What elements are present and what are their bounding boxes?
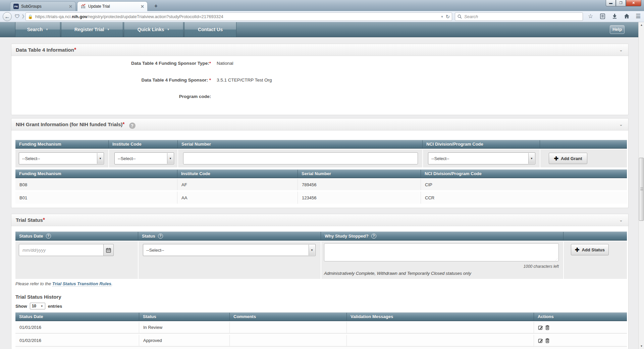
funding-mechanism-select[interactable]: --Select-- ▼ — [19, 152, 104, 164]
data-table4-header[interactable]: Data Table 4 Information* ⌄ — [11, 44, 628, 56]
help-question-icon[interactable]: ? — [158, 234, 163, 239]
serial-number-input[interactable] — [183, 152, 418, 164]
cell-institute-code: AA — [177, 192, 298, 204]
collapse-chevron-icon[interactable]: ⌄ — [619, 217, 623, 222]
edit-icon[interactable] — [538, 338, 543, 343]
browser-search-box[interactable]: Search — [455, 12, 583, 21]
field-label: Data Table 4 Funding Sponsor: * — [11, 78, 211, 83]
section-title: NIH Grant Information (for NIH funded Tr… — [16, 121, 122, 127]
url-dropdown-icon[interactable]: ▼ — [441, 15, 444, 18]
window-minimize-button[interactable]: ▬ — [606, 0, 616, 6]
collapse-chevron-icon[interactable]: ⌄ — [619, 122, 623, 127]
scroll-up-icon[interactable]: ▲ — [639, 22, 644, 28]
tab-close-icon[interactable]: ✕ — [69, 4, 72, 9]
field-row: Program code: — [11, 94, 628, 101]
delete-icon[interactable] — [545, 338, 550, 343]
select-arrow-icon: ▼ — [309, 245, 315, 255]
cell-serial-number: 123456 — [298, 192, 421, 204]
trial-status-header[interactable]: Trial Status* ⌄ — [11, 214, 628, 226]
menu-hamburger-icon[interactable]: ☰ — [636, 13, 641, 20]
data-table4-panel: Data Table 4 Information* ⌄ Data Table 4… — [11, 44, 629, 115]
show-entries-row: Show 10▼ entries — [15, 303, 62, 309]
nci-division-select[interactable]: --Select-- ▼ — [428, 152, 535, 164]
calendar-icon — [106, 248, 111, 253]
field-row: Data Table 4 Funding Sponsor: * 3.5.1 CT… — [11, 78, 628, 84]
column-header: Status — [139, 313, 229, 320]
nav-register-trial[interactable]: Register Trial▼ — [61, 22, 123, 37]
add-grant-button[interactable]: ✚Add Grant — [549, 153, 587, 164]
history-title: Trial Status History — [15, 294, 61, 300]
reload-icon[interactable]: ↻ — [445, 14, 450, 20]
help-question-icon[interactable]: ? — [129, 122, 136, 129]
help-question-icon[interactable]: ? — [371, 234, 376, 239]
cell-funding-mechanism: B01 — [15, 192, 177, 204]
magnifier-icon — [458, 14, 462, 19]
grant-form-header: Funding Mechanism Institute Code Serial … — [15, 140, 627, 149]
browser-toolbar: ← 🛡 ❯ 🔒 https://trials-qa.nci.nih.gov/re… — [0, 11, 644, 22]
date-placeholder: mm/dd/yyyy — [22, 248, 46, 253]
history-row: 01/02/2016 Approved — [15, 335, 627, 347]
cell-status: In Review — [139, 322, 229, 333]
downloads-icon[interactable] — [612, 13, 617, 20]
transition-rules-link[interactable]: Trial Status Transition Rules — [52, 281, 111, 287]
column-header: Institute Code — [108, 140, 177, 148]
browser-tab-subgroups[interactable]: PA SubGroups ✕ — [10, 1, 76, 11]
calendar-button[interactable] — [104, 244, 114, 256]
collapse-chevron-icon[interactable]: ⌄ — [619, 47, 623, 52]
column-header: NCI Division/Program Code — [421, 170, 627, 178]
delete-icon[interactable] — [545, 325, 550, 330]
cell-actions — [534, 322, 627, 333]
nav-search[interactable]: Search▼ — [15, 22, 60, 37]
cell-status-date: 01/02/2016 — [15, 335, 139, 346]
why-stopped-textarea[interactable]: ⋰ — [324, 243, 559, 261]
column-header: Institute Code — [177, 170, 298, 178]
url-bar[interactable]: 🔒 https://trials-qa.nci.nih.gov/registry… — [25, 12, 452, 21]
scrollbar-thumb[interactable] — [639, 158, 644, 221]
grants-table-header: Funding Mechanism Institute Code Serial … — [15, 169, 627, 178]
field-label: Program code: — [11, 94, 211, 99]
column-header: Serial Number — [177, 140, 422, 148]
cell-status-date: 01/01/2016 — [15, 322, 139, 333]
edit-icon[interactable] — [538, 325, 543, 330]
nav-contact-us[interactable]: Contact Us — [184, 22, 236, 37]
new-tab-button[interactable]: + — [152, 3, 160, 9]
select-value: --Select-- — [118, 156, 136, 161]
nav-quick-links[interactable]: Quick Links▼ — [124, 22, 183, 37]
grant-row: B08 AF 789456 CIP — [15, 179, 627, 191]
column-header: Serial Number — [298, 170, 421, 178]
tab-close-icon[interactable]: ✕ — [141, 4, 144, 9]
url-text[interactable]: https://trials-qa.nci.nih.gov/registry/p… — [35, 14, 439, 19]
help-question-icon[interactable]: ? — [46, 234, 51, 239]
window-restore-button[interactable]: ❐ — [616, 0, 626, 6]
window-close-button[interactable]: ✕ — [626, 0, 641, 6]
status-select[interactable]: --Select-- ▼ — [143, 244, 316, 256]
resize-grip-icon[interactable]: ⋰ — [555, 258, 558, 261]
padlock-icon[interactable]: 🔒 — [28, 14, 33, 19]
status-date-input[interactable]: mm/dd/yyyy — [19, 244, 104, 256]
plus-icon: ✚ — [575, 247, 579, 253]
required-asterisk: * — [43, 217, 45, 223]
column-header: Status? — [138, 232, 321, 240]
cell-actions — [534, 335, 627, 346]
nih-grant-header[interactable]: NIH Grant Information (for NIH funded Tr… — [11, 118, 628, 131]
browser-tab-update-trial[interactable]: Update Trial ✕ — [77, 1, 148, 11]
home-icon[interactable] — [624, 13, 630, 20]
add-status-button[interactable]: ✚Add Status — [571, 244, 609, 255]
page-scrollbar[interactable]: ▲ ▼ — [638, 22, 644, 349]
help-button[interactable]: Help — [610, 25, 625, 34]
scroll-down-icon[interactable]: ▼ — [639, 344, 644, 349]
status-form-header: Status Date? Status? Why Study Stopped?? — [15, 232, 627, 241]
select-arrow-icon: ▼ — [97, 153, 103, 164]
entries-count-select[interactable]: 10▼ — [30, 303, 45, 309]
field-value: 3.5.1 CTEP/CTRP Test Org — [217, 78, 272, 83]
institute-code-select[interactable]: --Select-- ▼ — [114, 152, 174, 164]
shield-icon[interactable]: 🛡 — [15, 13, 20, 19]
back-button[interactable]: ← — [3, 12, 12, 21]
cell-nci-division: CIP — [421, 179, 627, 190]
bookmark-star-icon[interactable]: ☆ — [588, 13, 593, 20]
select-arrow-icon: ▼ — [41, 305, 43, 308]
select-arrow-icon: ▼ — [167, 153, 173, 164]
required-asterisk: * — [122, 121, 124, 128]
reading-list-icon[interactable] — [600, 13, 605, 21]
select-value: --Select-- — [22, 156, 40, 161]
